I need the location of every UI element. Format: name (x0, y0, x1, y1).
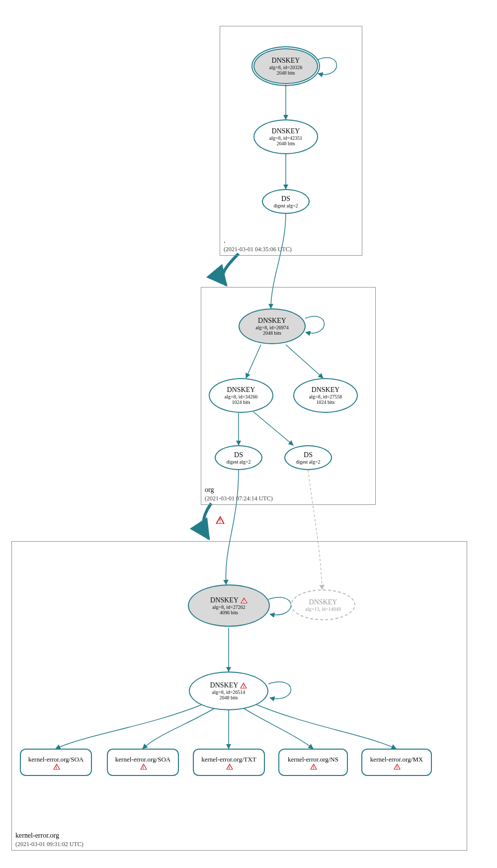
node-sub1: alg=8, id=34266 (225, 394, 257, 399)
node-sub2: 2048 bits (263, 330, 281, 336)
rrset-label: kernel-error.org/TXT (201, 756, 256, 764)
node-title: DS (281, 195, 290, 203)
node-sub1: digest alg=2 (296, 459, 320, 465)
node-ke-ksk: DNSKEY ! alg=8, id=27262 4096 bits (188, 584, 270, 627)
node-sub2: 1024 bits (232, 399, 250, 405)
node-title: DS (304, 451, 313, 459)
zone-org-name: org (205, 486, 214, 494)
rrset-soa-2: kernel-error.org/SOA ! (107, 749, 179, 776)
warning-icon: ! (226, 764, 233, 770)
node-root-ksk: DNSKEY alg=8, id=20326 2048 bits (253, 48, 318, 84)
node-sub1: alg=8, id=27558 (309, 394, 342, 399)
rrset-label: kernel-error.org/MX (370, 756, 423, 764)
rrset-soa-1: kernel-error.org/SOA ! (20, 749, 92, 776)
warning-icon: ! (240, 682, 247, 688)
rrset-label: kernel-error.org/NS (288, 756, 338, 764)
zone-org-ts: (2021-03-01 07:24:14 UTC) (205, 495, 273, 502)
node-org-ds2: DS digest alg=2 (284, 445, 332, 470)
warning-icon: ! (216, 516, 225, 524)
rrset-txt: kernel-error.org/TXT ! (193, 749, 265, 776)
node-sub1: alg=8, id=26514 (212, 689, 245, 695)
node-root-zsk: DNSKEY alg=8, id=42351 2048 bits (253, 119, 318, 154)
zone-ke-ts: (2021-03-01 09:31:02 UTC) (15, 841, 83, 848)
rrset-mx: kernel-error.org/MX ! (361, 749, 432, 776)
node-sub1: digest alg=2 (273, 203, 298, 208)
node-org-zsk1: DNSKEY alg=8, id=34266 1024 bits (209, 378, 273, 413)
node-root-ds: DS digest alg=2 (262, 189, 310, 214)
node-title: DS (234, 451, 243, 459)
zone-root-name: . (224, 237, 226, 245)
node-title: DNSKEY (272, 57, 300, 65)
node-org-ksk: DNSKEY alg=8, id=26974 2048 bits (239, 308, 306, 344)
node-title: DNSKEY (227, 386, 255, 394)
zone-ke-name: kernel-error.org (15, 832, 59, 840)
warning-icon: ! (241, 597, 248, 603)
node-sub2: 4096 bits (220, 610, 238, 615)
node-sub2: 1024 bits (317, 399, 335, 405)
rrset-label: kernel-error.org/SOA (28, 756, 83, 764)
warning-icon: ! (310, 764, 317, 770)
rrset-label: kernel-error.org/SOA (115, 756, 170, 764)
node-org-zsk2: DNSKEY alg=8, id=27558 1024 bits (293, 378, 358, 413)
node-title: DNSKEY (312, 386, 340, 394)
node-ke-zsk: DNSKEY ! alg=8, id=26514 2048 bits (189, 672, 268, 710)
node-title: DNSKEY (272, 127, 300, 135)
node-title: DNSKEY (210, 681, 239, 689)
node-sub1: alg=13, id=14049 (305, 606, 340, 612)
node-title: DNSKEY (258, 317, 286, 325)
node-sub1: alg=8, id=27262 (212, 604, 245, 610)
node-title: DNSKEY (210, 596, 239, 604)
warning-icon: ! (394, 764, 401, 770)
node-org-ds1: DS digest alg=2 (215, 445, 262, 470)
node-sub2: 2048 bits (277, 141, 295, 146)
rrset-ns: kernel-error.org/NS ! (278, 749, 348, 776)
node-sub1: digest alg=2 (226, 459, 250, 465)
warning-icon: ! (140, 764, 147, 770)
node-title: DNSKEY (309, 598, 337, 606)
node-sub1: alg=8, id=26974 (255, 325, 288, 330)
node-ke-other: DNSKEY alg=13, id=14049 (291, 589, 355, 620)
node-sub2: 2048 bits (277, 70, 295, 76)
node-sub1: alg=8, id=42351 (269, 135, 302, 141)
node-sub1: alg=8, id=20326 (269, 65, 302, 70)
warning-icon: ! (53, 764, 60, 770)
node-sub2: 2048 bits (220, 695, 238, 700)
zone-root-ts: (2021-03-01 04:35:06 UTC) (224, 246, 292, 253)
